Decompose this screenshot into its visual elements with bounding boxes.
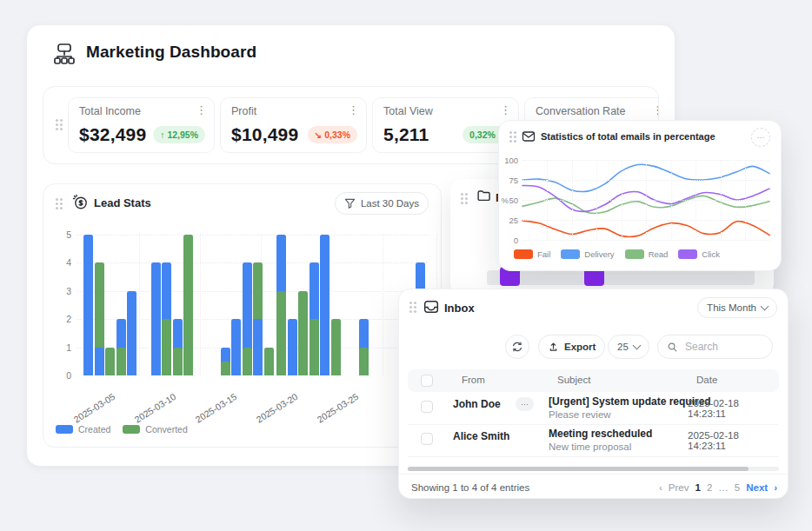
bar-created	[288, 319, 297, 375]
email-chart-legend: FailDeliveryReadClick	[514, 249, 720, 259]
stat-value: 5,211	[383, 124, 429, 145]
legend-item: Delivery	[561, 249, 614, 259]
gridline	[646, 160, 647, 240]
period-dropdown[interactable]: This Month	[697, 297, 777, 318]
drag-handle-icon[interactable]	[461, 193, 463, 196]
bar-created	[253, 319, 263, 375]
pagination-next-icon[interactable]: ›	[774, 482, 777, 493]
folder-icon	[476, 189, 491, 203]
gridline	[200, 234, 201, 375]
period-label: This Month	[707, 302, 756, 313]
legend-swatch	[514, 249, 533, 259]
pagination-item[interactable]: …	[718, 482, 729, 493]
refresh-icon	[511, 341, 523, 353]
y-axis-label: %	[491, 196, 509, 205]
row-checkbox[interactable]	[421, 433, 433, 445]
legend-swatch	[123, 425, 140, 434]
gridline	[745, 160, 746, 240]
pagination-item[interactable]: 1	[696, 482, 701, 493]
stat-label: Total Income	[79, 105, 141, 117]
lead-chart-legend: CreatedConverted	[56, 424, 188, 435]
pagination-item[interactable]: 5	[735, 482, 740, 493]
export-button[interactable]: Export	[538, 335, 605, 359]
bar-created	[320, 235, 329, 376]
pagination: ‹Prev12…5Next›	[659, 482, 777, 493]
gridline	[572, 160, 573, 240]
bar-converted	[264, 348, 274, 376]
bar-created	[231, 319, 241, 375]
chevron-down-icon	[761, 302, 769, 311]
chevron-down-icon	[632, 342, 641, 350]
bar-created	[95, 348, 104, 376]
pagination-item[interactable]: Prev	[669, 482, 689, 493]
pagination-prev-icon[interactable]: ‹	[659, 482, 662, 493]
gridline	[596, 160, 597, 240]
x-tick: 2025-03-25	[297, 391, 361, 436]
refresh-button[interactable]	[505, 335, 529, 359]
scrollbar-thumb[interactable]	[408, 467, 749, 471]
bar-converted	[309, 319, 319, 375]
search-box	[657, 335, 773, 359]
sender-name: John Doe	[453, 398, 501, 410]
column-from: From	[462, 375, 485, 385]
mail-date: 2025-02-18 14:23:11	[688, 398, 779, 419]
mail-subject: Meeting rescheduled	[549, 428, 652, 440]
gridline	[383, 234, 383, 375]
kebab-menu-icon[interactable]: ⋮	[196, 103, 207, 116]
row-menu-button[interactable]: ···	[516, 397, 534, 411]
inbox-footer: Showing 1 to 4 of 4 entries ‹Prev12…5Nex…	[399, 474, 788, 499]
y-tick: 100	[501, 156, 518, 165]
pagination-item[interactable]: Next	[746, 482, 768, 493]
stat-label: Conversation Rate	[536, 105, 626, 117]
bar-converted	[221, 362, 230, 375]
gridline	[721, 160, 722, 240]
sender-name: Alice Smith	[453, 430, 509, 442]
page-size-dropdown[interactable]: 25	[608, 335, 649, 359]
y-tick: 0	[57, 370, 71, 381]
legend-swatch	[561, 249, 580, 259]
legend-label: Click	[702, 249, 720, 259]
drag-handle-icon[interactable]	[409, 302, 412, 304]
line-chart-svg	[499, 121, 781, 270]
trend-badge: ↑ 12,95%	[153, 126, 205, 143]
stat-label: Profit	[231, 105, 256, 117]
stat-card-total-income: Total Income ⋮ $32,499 ↑ 12,95%	[68, 97, 215, 153]
bar-converted	[243, 348, 252, 376]
select-all-checkbox[interactable]	[421, 375, 433, 387]
entries-summary: Showing 1 to 4 of 4 entries	[411, 482, 529, 493]
stat-label: Total View	[383, 105, 433, 117]
gridline	[139, 234, 140, 375]
gridline	[547, 160, 548, 240]
legend-label: Fail	[537, 249, 550, 259]
kebab-menu-icon[interactable]: ⋮	[652, 103, 659, 116]
legend-swatch	[56, 425, 73, 434]
stat-value: $32,499	[79, 124, 146, 145]
bar-created	[127, 291, 136, 376]
y-tick: 3	[57, 286, 71, 296]
row-checkbox[interactable]	[421, 401, 433, 413]
bar-converted	[162, 319, 171, 375]
inbox-panel: Inbox This Month Export 25	[398, 289, 789, 499]
legend-item: Click	[678, 249, 720, 259]
kebab-menu-icon[interactable]: ⋮	[500, 103, 511, 116]
y-tick: 75	[501, 176, 518, 185]
search-icon	[667, 342, 678, 353]
bar-converted	[298, 291, 308, 376]
legend-item: Read	[625, 249, 669, 259]
kebab-menu-icon[interactable]: ⋮	[348, 103, 359, 116]
bar-converted	[359, 348, 369, 376]
search-input[interactable]	[683, 340, 765, 354]
drag-handle-icon[interactable]	[56, 119, 58, 122]
trend-badge: ↘ 0,33%	[308, 126, 358, 143]
bar-created	[151, 262, 161, 375]
mail-preview: Please review	[549, 409, 611, 420]
pagination-item[interactable]: 2	[707, 482, 712, 493]
y-tick: 4	[57, 257, 71, 268]
y-tick: 5	[57, 229, 71, 240]
bar-converted	[276, 291, 286, 376]
lead-bar-chart: 0123452025-03-052025-03-102025-03-152025…	[43, 184, 441, 447]
legend-label: Read	[649, 249, 669, 259]
bar-converted	[116, 348, 126, 376]
stat-value: $10,499	[231, 124, 298, 145]
bar-track	[487, 270, 755, 285]
